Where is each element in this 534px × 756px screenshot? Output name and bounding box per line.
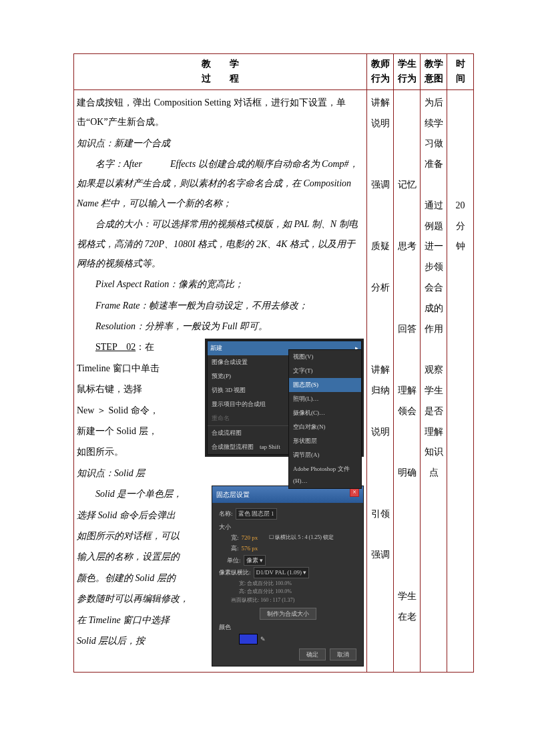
ss2-unit-label: 单位:	[227, 556, 241, 565]
intent-item: 步领	[425, 262, 443, 272]
ss1-text: 文字(T)	[293, 365, 313, 377]
hdr-time-l1: 时	[456, 59, 465, 69]
hdr-teacher-l1: 教师	[371, 59, 390, 69]
student-cell: 记忆 思考 回答 理解 领会 明确 学生 在老	[394, 89, 421, 672]
teacher-item: 分析	[371, 282, 390, 293]
intent-item: 知识	[425, 447, 443, 457]
ss2-lock[interactable]: ☐ 纵横比以 5 : 4 (1.25) 锁定	[269, 534, 334, 542]
ss2-color-label: 颜色	[219, 622, 231, 632]
ss1-new: 新建	[210, 342, 222, 355]
ss1-compset: 图像合成设置	[212, 356, 248, 369]
step2-label: STEP 02	[95, 342, 136, 352]
ok-button[interactable]: 确定	[299, 648, 326, 660]
color-swatch[interactable]	[239, 634, 258, 644]
intent-item: 准备	[425, 159, 443, 169]
teacher-item: 引领	[371, 509, 390, 519]
intent-item: 习做	[425, 138, 443, 148]
make-comp-size-button[interactable]: 制作为合成大小	[260, 608, 316, 620]
intent-item: 进一	[425, 241, 443, 251]
ss2-par-select[interactable]: D1/DV PAL (1.09) ▾	[254, 567, 310, 578]
teacher-item: 说明	[371, 427, 390, 437]
ss2-h-label: 高:	[231, 544, 239, 553]
ss2-h-val[interactable]: 576 px	[242, 544, 258, 553]
student-item: 领会	[398, 406, 417, 416]
hdr-student-l1: 学生	[398, 59, 417, 69]
intent-item: 会合	[425, 282, 443, 293]
ss1-miniflow: 合成微型流程图 tap Shift	[212, 441, 280, 453]
hdr-proc-l2: 过 程	[202, 73, 239, 83]
intent-item: 点	[429, 467, 439, 478]
student-item: 明确	[398, 467, 417, 478]
intent-item: 学生	[425, 385, 443, 395]
intent-item: 成的	[425, 303, 443, 313]
ss1-showcomp: 显示项目中的合成组	[212, 398, 266, 411]
header-teacher: 教师 行为	[367, 54, 394, 90]
ss2-par-label: 像素纵横比:	[219, 568, 251, 577]
hdr-intent-l2: 意图	[425, 73, 443, 83]
header-student: 学生 行为	[394, 54, 421, 90]
ss1-rename: 重命名	[212, 412, 230, 425]
time-unit: 分	[456, 221, 465, 231]
intent-item: 理解	[425, 427, 443, 437]
teacher-item: 归纳	[371, 385, 390, 395]
student-item: 记忆	[398, 180, 417, 190]
header-process: 教 学 过 程	[74, 54, 367, 90]
intent-item: 例题	[425, 221, 443, 231]
teacher-item: 说明	[371, 118, 390, 128]
hdr-proc-l1: 教 学	[202, 59, 239, 69]
student-item: 思考	[398, 241, 417, 251]
teacher-item: 强调	[371, 180, 390, 190]
ss2-unit-select[interactable]: 像素 ▾	[244, 555, 266, 566]
eyedropper-icon[interactable]: ✎	[260, 634, 266, 644]
time-cell: 20 分 钟	[447, 89, 474, 672]
cancel-button[interactable]: 取消	[330, 648, 356, 660]
time-unit: 钟	[456, 241, 465, 251]
ss1-solid: 固态层(S)	[293, 379, 318, 391]
ss2-info3: 画面纵横比: 160 : 117 (1.37)	[219, 596, 356, 605]
hdr-student-l2: 行为	[398, 73, 417, 83]
student-item: 理解	[398, 385, 417, 395]
student-item: 学生	[398, 591, 417, 601]
ss2-info2: 高: 合成百分比 100.0%	[219, 588, 356, 596]
intent-item: 是否	[425, 406, 443, 416]
teacher-item: 讲解	[371, 98, 390, 108]
proc-p1: 建合成按钮，弹出 Composition Setting 对话框，进行如下设置，…	[77, 93, 364, 132]
teacher-item: 讲解	[371, 365, 390, 375]
ss1-view: 视图(V)	[293, 351, 314, 363]
teacher-item: 强调	[371, 550, 390, 560]
intent-item: 为后	[425, 98, 443, 108]
ss1-light: 照明(L)…	[293, 393, 319, 405]
context-menu-screenshot: 新建▸ 图像合成设置 预览(P)▸ 切换 3D 视图▸ 显示项目中的合成组 重命…	[205, 339, 364, 456]
ss2-name-field[interactable]: 蓝色 固态层 1	[236, 508, 277, 519]
teacher-cell: 讲解 说明 强调 质疑 分析 讲解 归纳 说明 引领 强调	[367, 89, 394, 672]
header-time: 时 间	[447, 54, 474, 90]
process-cell: 建合成按钮，弹出 Composition Setting 对话框，进行如下设置，…	[74, 89, 367, 672]
ss1-preview: 预览(P)	[212, 370, 231, 383]
ss1-switch3d: 切换 3D 视图	[212, 384, 246, 397]
solid-settings-screenshot: 固态层设置 × 名称: 蓝色 固态层 1 大小 宽: 720 px ☐ 纵横比以…	[212, 486, 364, 667]
ss1-adjust: 调节层(A)	[293, 449, 320, 461]
time-val: 20	[456, 200, 465, 210]
intent-cell: 为后 续学 习做 准备 通过 例题 进一 步领 会合 成的 作用 观察 学生 是…	[421, 89, 447, 672]
teacher-item: 质疑	[371, 241, 390, 251]
ss1-flowchart: 合成流程图	[212, 427, 242, 439]
proc-p5: Pixel Aspect Ration：像素的宽高比；	[77, 274, 364, 294]
hdr-teacher-l2: 行为	[371, 73, 390, 83]
ss2-title: 固态层设置	[216, 488, 250, 502]
ss1-camera: 摄像机(C)…	[293, 407, 325, 419]
ss2-w-label: 宽:	[231, 533, 239, 542]
header-intent: 教学 意图	[421, 54, 447, 90]
ss2-size-heading: 大小	[219, 522, 231, 532]
hdr-intent-l1: 教学	[425, 59, 443, 69]
ss1-shape: 形状图层	[293, 435, 317, 447]
proc-p4: 合成的大小：可以选择常用的视频格式模版，如 PAL 制、N 制电视格式，高清的 …	[77, 214, 364, 273]
proc-p7: Resolution：分辨率，一般设为 Full 即可。	[77, 317, 364, 336]
student-item: 在老	[398, 612, 417, 622]
intent-item: 续学	[425, 118, 443, 128]
ss2-w-val[interactable]: 720 px	[242, 533, 258, 542]
ss2-info1: 宽: 合成百分比 100.0%	[219, 580, 356, 588]
ss2-name-label: 名称:	[219, 509, 233, 518]
ss1-psd: Adobe Photoshop 文件(H)…	[293, 463, 357, 488]
proc-p6: Frame Rate：帧速率一般为自动设定，不用去修改；	[77, 296, 364, 315]
intent-item: 作用	[425, 324, 443, 334]
